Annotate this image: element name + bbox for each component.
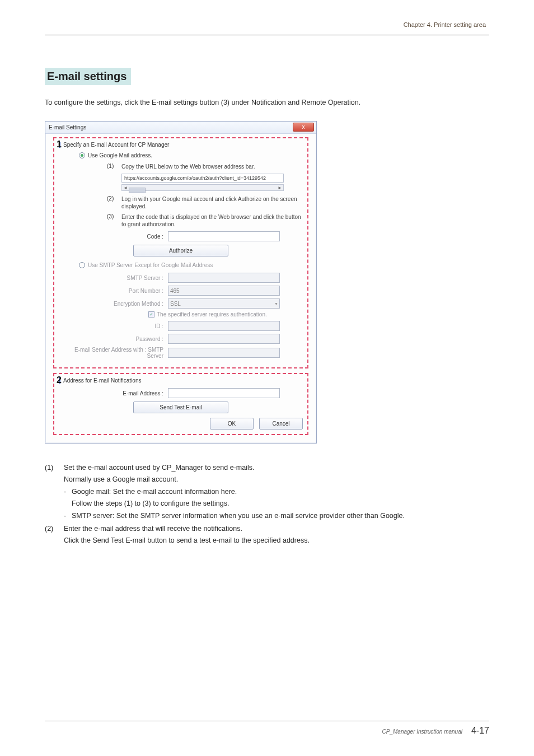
- radio-smtp-label: Use SMTP Server Except for Google Mail A…: [88, 262, 213, 268]
- authorize-button[interactable]: Authorize: [133, 245, 228, 256]
- notification-section-outline: Address for E-mail Notifications 2 E-mai…: [53, 373, 308, 435]
- desc-1-text: Set the e-mail account used by CP_Manage…: [64, 463, 489, 473]
- sender-label: E-mail Sender Address with : SMTP Server: [59, 347, 168, 359]
- cancel-button[interactable]: Cancel: [259, 418, 303, 430]
- footer-doc-title: CP_Manager Instruction manual: [382, 729, 462, 735]
- footer-page-number: 4-17: [471, 726, 489, 736]
- step3-num: (3): [107, 213, 117, 220]
- url-scrollbar[interactable]: ◄ ►: [121, 184, 284, 191]
- encryption-label: Encryption Method :: [59, 301, 168, 307]
- password-input[interactable]: [168, 334, 280, 344]
- port-label: Port Number :: [59, 288, 168, 294]
- auth-checkbox-label: The specified server requires authentica…: [157, 311, 267, 318]
- step1-num: (1): [107, 163, 117, 169]
- scroll-left-icon[interactable]: ◄: [122, 185, 129, 190]
- intro-text: To configure the settings, click the E-m…: [45, 99, 489, 106]
- callout-2: 2: [57, 375, 62, 385]
- code-input[interactable]: [168, 231, 280, 241]
- chevron-down-icon: ▼: [274, 302, 278, 306]
- scroll-thumb[interactable]: [129, 188, 146, 193]
- description-block: (1) Set the e-mail account used by CP_Ma…: [45, 463, 489, 547]
- account-section-outline: Specify an E-mail Account for CP Manager…: [53, 137, 308, 368]
- step2-num: (2): [107, 195, 117, 202]
- dialog-titlebar: E-mail Settings x: [45, 122, 316, 134]
- sender-input[interactable]: [168, 348, 280, 358]
- dialog-title: E-mail Settings: [49, 124, 86, 130]
- desc-1-dash1-sub: Follow the steps (1) to (3) to configure…: [45, 498, 489, 509]
- email-address-label: E-mail Address :: [59, 390, 168, 396]
- group1-header: Specify an E-mail Account for CP Manager: [59, 142, 303, 148]
- desc-1-dash2: SMTP server: Set the SMTP server informa…: [72, 511, 405, 521]
- email-address-input[interactable]: [168, 388, 280, 398]
- smtp-server-label: SMTP Server :: [59, 275, 168, 281]
- id-input[interactable]: [168, 321, 280, 331]
- desc-2-num: (2): [45, 524, 64, 534]
- radio-google-label: Use Google Mail address.: [88, 152, 152, 158]
- dash-1: -: [64, 487, 72, 497]
- group2-header: Address for E-mail Notifications: [59, 377, 303, 384]
- send-test-email-button[interactable]: Send Test E-mail: [133, 402, 228, 413]
- close-icon[interactable]: x: [293, 123, 314, 132]
- code-label: Code :: [59, 234, 168, 240]
- auth-checkbox[interactable]: ✓: [148, 311, 154, 318]
- chapter-label: Chapter 4. Printer setting area: [45, 21, 489, 28]
- header-rule: [45, 35, 489, 35]
- desc-2-sub1: Click the Send Test E-mail button to sen…: [45, 535, 489, 546]
- id-label: ID :: [59, 323, 168, 329]
- desc-2-text: Enter the e-mail address that will recei…: [64, 524, 489, 534]
- dialog-screenshot: E-mail Settings x Specify an E-mail Acco…: [45, 121, 317, 444]
- encryption-value: SSL: [170, 301, 181, 307]
- ok-button[interactable]: OK: [210, 418, 254, 430]
- step1-text: Copy the URL below to the Web browser ad…: [121, 163, 303, 170]
- desc-1-sub1: Normally use a Google mail account.: [45, 474, 489, 485]
- dash-2: -: [64, 511, 72, 521]
- step3-text: Enter the code that is displayed on the …: [121, 213, 303, 228]
- page-footer: CP_Manager Instruction manual 4-17: [45, 721, 489, 736]
- section-title: E-mail settings: [45, 68, 131, 85]
- desc-1-num: (1): [45, 463, 64, 473]
- encryption-select[interactable]: SSL ▼: [168, 298, 280, 309]
- callout-1: 1: [57, 139, 62, 150]
- radio-google-mail[interactable]: [79, 152, 85, 158]
- password-label: Password :: [59, 336, 168, 342]
- radio-smtp-server[interactable]: [79, 262, 85, 268]
- oauth-url-field[interactable]: https://accounts.google.com/o/oauth2/aut…: [121, 174, 284, 183]
- step2-text: Log in with your Google mail account and…: [121, 195, 303, 210]
- scroll-right-icon[interactable]: ►: [277, 185, 283, 190]
- desc-1-dash1: Google mail: Set the e-mail account info…: [72, 487, 237, 497]
- port-input[interactable]: [168, 286, 280, 296]
- smtp-server-input[interactable]: [168, 273, 280, 283]
